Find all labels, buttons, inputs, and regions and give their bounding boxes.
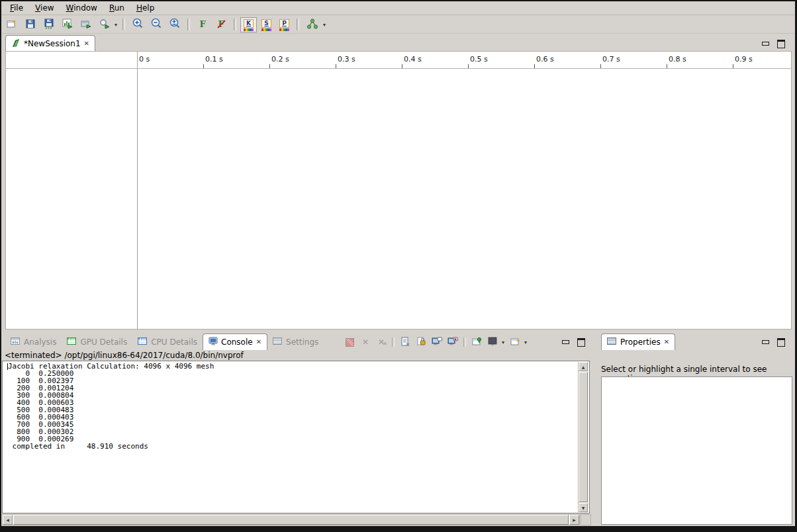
timeline-minimize-button[interactable] bbox=[759, 38, 771, 49]
search-button[interactable] bbox=[96, 17, 113, 32]
properties-content-area bbox=[601, 377, 792, 525]
menu-view[interactable]: View bbox=[29, 3, 60, 13]
analysis-tab-icon bbox=[11, 337, 21, 347]
flag-icon: F bbox=[197, 19, 208, 30]
tab-label: Console bbox=[221, 337, 253, 347]
menu-window[interactable]: Window bbox=[60, 3, 103, 13]
session-icon bbox=[11, 38, 21, 50]
console-process-header: <terminated> /opt/pgi/linux86-64/2017/cu… bbox=[5, 351, 244, 360]
maximize-icon bbox=[777, 40, 785, 48]
scroll-down-arrow[interactable]: ▼ bbox=[579, 503, 588, 512]
zoom-in-icon bbox=[132, 18, 144, 31]
console-output[interactable]: Jacobi relaxation Calculation: 4096 x 40… bbox=[8, 363, 214, 450]
console-horizontal-scrollbar[interactable]: ◀ ▶ bbox=[2, 514, 580, 525]
scroll-lock-icon bbox=[416, 337, 426, 348]
tab-properties[interactable]: Properties ✕ bbox=[601, 333, 675, 350]
session-tab-close-icon[interactable]: ✕ bbox=[84, 40, 89, 47]
pin-console-button[interactable] bbox=[470, 335, 483, 349]
names-timeline-divider[interactable] bbox=[137, 52, 138, 330]
timeline-view[interactable] bbox=[5, 51, 792, 330]
clear-console-icon bbox=[400, 337, 410, 348]
timeline-maximize-button[interactable] bbox=[775, 38, 787, 49]
analysis-nodes-icon bbox=[306, 19, 318, 31]
scroll-right-arrow[interactable]: ▶ bbox=[569, 515, 579, 525]
tab-console[interactable]: Console ✕ bbox=[203, 333, 267, 350]
properties-minimize-button[interactable] bbox=[759, 337, 771, 347]
tab-cpu-details[interactable]: CPU Details bbox=[132, 334, 203, 350]
tab-label: Analysis bbox=[24, 337, 56, 347]
tab-settings[interactable]: Settings bbox=[267, 334, 324, 350]
import-icon bbox=[81, 19, 91, 31]
clear-console-button[interactable] bbox=[398, 335, 412, 349]
new-session-button[interactable]: ✦ bbox=[3, 17, 21, 32]
remove-launch-button[interactable]: ✕ bbox=[359, 335, 372, 349]
stream-colors-button[interactable]: S bbox=[258, 17, 275, 32]
menu-help[interactable]: Help bbox=[130, 3, 160, 13]
save-button[interactable] bbox=[22, 17, 39, 32]
zoom-fit-button[interactable] bbox=[166, 17, 183, 32]
scrollbar-thumb[interactable] bbox=[579, 372, 588, 502]
terminate-button[interactable] bbox=[343, 335, 356, 349]
zoom-in-button[interactable] bbox=[129, 17, 146, 32]
display-selected-console-button[interactable] bbox=[486, 335, 499, 349]
monitor-stderr-icon bbox=[447, 337, 458, 348]
console-minimize-button[interactable] bbox=[559, 337, 571, 347]
properties-maximize-button[interactable] bbox=[775, 337, 787, 347]
ruler-tick bbox=[269, 64, 270, 68]
tab-label: GPU Details bbox=[80, 337, 127, 347]
console-toolbar: ✕ ✕ ✕ ▾ ✦ ▾ bbox=[343, 334, 528, 350]
tab-gpu-details[interactable]: GPU Details bbox=[62, 334, 132, 350]
import-button[interactable] bbox=[77, 17, 95, 32]
zoom-out-button[interactable] bbox=[148, 17, 165, 32]
kernel-colors-icon: K bbox=[244, 19, 254, 28]
display-console-dropdown-icon[interactable]: ▾ bbox=[500, 339, 506, 345]
toolbar-separator bbox=[187, 19, 190, 30]
console-output-area[interactable]: Jacobi relaxation Calculation: 4096 x 40… bbox=[2, 361, 590, 513]
remove-all-terminated-button[interactable]: ✕ ✕ bbox=[375, 335, 388, 349]
ruler-tick-label: 0 s bbox=[139, 55, 150, 64]
open-console-button[interactable]: ✦ bbox=[508, 335, 522, 349]
minimize-icon bbox=[562, 340, 569, 344]
add-flag-button[interactable]: F bbox=[194, 17, 211, 32]
ruler-tick-label: 0.6 s bbox=[536, 55, 554, 64]
show-console-on-stderr-button[interactable] bbox=[446, 335, 459, 349]
minimize-icon bbox=[762, 340, 769, 344]
properties-tab-close-icon[interactable]: ✕ bbox=[664, 339, 669, 345]
scroll-lock-button[interactable] bbox=[414, 335, 428, 349]
svg-text:✦: ✦ bbox=[12, 19, 17, 25]
ruler-bottom-line bbox=[6, 68, 791, 69]
kernel-colors-button[interactable]: K bbox=[240, 17, 257, 32]
terminate-icon bbox=[346, 338, 354, 347]
save-all-button[interactable] bbox=[40, 17, 58, 32]
menu-run[interactable]: Run bbox=[103, 3, 130, 13]
analysis-dropdown-icon[interactable]: ▾ bbox=[322, 22, 327, 28]
console-vertical-scrollbar[interactable]: ▲ ▼ bbox=[578, 362, 588, 512]
toolbar-separator bbox=[122, 19, 125, 30]
save-icon bbox=[25, 19, 36, 31]
scrollbar-thumb[interactable] bbox=[13, 515, 569, 525]
tab-label: Settings bbox=[286, 337, 318, 347]
process-colors-button[interactable]: P bbox=[276, 17, 293, 32]
ruler-tick bbox=[600, 64, 601, 68]
clear-flags-button[interactable]: F bbox=[212, 17, 230, 32]
flag-slash-icon: F bbox=[216, 19, 226, 30]
menubar-separator bbox=[1, 15, 795, 15]
session-tab[interactable]: *NewSession1 ✕ bbox=[5, 35, 95, 52]
console-tab-close-icon[interactable]: ✕ bbox=[256, 339, 261, 345]
console-maximize-button[interactable] bbox=[575, 337, 587, 347]
remove-launch-icon: ✕ bbox=[362, 338, 369, 346]
scrollbar-corner bbox=[581, 514, 591, 525]
search-dropdown-icon[interactable]: ▾ bbox=[113, 22, 118, 28]
scroll-left-arrow[interactable]: ◀ bbox=[3, 515, 13, 525]
analysis-button[interactable] bbox=[303, 17, 322, 32]
profile-application-button[interactable] bbox=[59, 17, 76, 32]
show-console-on-stdout-button[interactable] bbox=[430, 335, 444, 349]
menu-file[interactable]: File bbox=[4, 3, 29, 13]
scroll-up-arrow[interactable]: ▲ bbox=[579, 362, 588, 371]
open-console-dropdown-icon[interactable]: ▾ bbox=[523, 339, 528, 345]
console-toolbar-separator bbox=[392, 337, 395, 347]
maximize-icon bbox=[577, 338, 585, 347]
toolbar-separator bbox=[234, 19, 236, 30]
tab-analysis[interactable]: Analysis bbox=[5, 334, 62, 350]
console-toolbar-separator bbox=[463, 337, 466, 347]
